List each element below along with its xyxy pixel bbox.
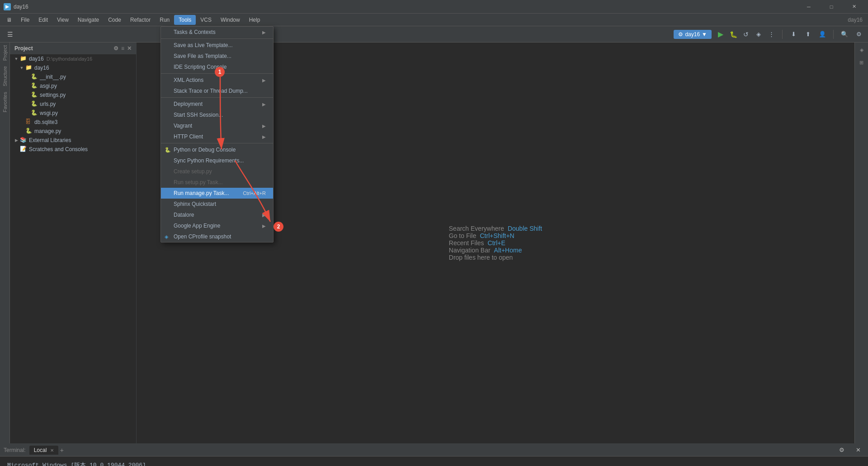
- left-strip: Project Structure Favorites: [0, 43, 10, 443]
- tree-item-urls[interactable]: ▶ 🐍 urls.py: [10, 100, 136, 109]
- toolbar-menu-btn[interactable]: ☰: [4, 28, 16, 41]
- menu-vcs[interactable]: VCS: [196, 15, 216, 25]
- menu-item-save-file[interactable]: Save File as Template...: [161, 51, 273, 62]
- menu-tools[interactable]: Tools: [174, 15, 196, 25]
- left-strip-favorites[interactable]: Favorites: [1, 89, 9, 115]
- menu-edit[interactable]: Edit: [34, 15, 52, 25]
- terminal-settings-icon[interactable]: ⚙: [835, 444, 848, 456]
- tree-label-init: __init__.py: [40, 74, 66, 80]
- tree-item-root[interactable]: ▼ 📁 day16 D:\pythondata\day16: [10, 54, 136, 63]
- terminal-close-panel-icon[interactable]: ✕: [852, 444, 864, 456]
- menu-help[interactable]: Help: [245, 15, 265, 25]
- tree-path: D:\pythondata\day16: [47, 56, 93, 62]
- maximize-button[interactable]: □: [821, 0, 842, 14]
- deployment-label: Deployment: [174, 101, 203, 107]
- menu-item-tasks[interactable]: Tasks & Contexts ▶: [161, 27, 273, 38]
- tree-item-settings[interactable]: ▶ 🐍 settings.py: [10, 90, 136, 100]
- run-button[interactable]: ▶: [715, 29, 726, 40]
- menu-code[interactable]: Code: [104, 15, 126, 25]
- terminal-tab-local[interactable]: Local ✕: [29, 446, 58, 455]
- profile-button[interactable]: ◈: [753, 29, 764, 40]
- menu-item-deployment[interactable]: Deployment ▶: [161, 99, 273, 109]
- google-arrow: ▶: [262, 223, 266, 228]
- tasks-arrow: ▶: [262, 30, 266, 35]
- tree-item-init[interactable]: ▶ 🐍 __init__.py: [10, 72, 136, 81]
- right-strip-btn1[interactable]: ◈: [856, 44, 867, 55]
- vcs-push-button[interactable]: ⬆: [802, 29, 813, 40]
- main-container: Project Structure Favorites Project ⚙ ≡ …: [0, 43, 868, 443]
- menu-view[interactable]: View: [52, 15, 73, 25]
- menu-navigate[interactable]: Navigate: [73, 15, 104, 25]
- save-file-label: Save File as Template...: [174, 53, 231, 59]
- tools-dropdown: Tasks & Contexts ▶ Save as Live Template…: [160, 26, 274, 243]
- sphinx-label: Sphinx Quickstart: [174, 201, 216, 207]
- menu-item-ssh[interactable]: Start SSH Session...: [161, 109, 273, 120]
- tree-item-wsgi[interactable]: ▶ 🐍 wsgi.py: [10, 109, 136, 118]
- tree-item-manage[interactable]: ▶ 🐍 manage.py: [10, 127, 136, 136]
- menu-item-vagrant[interactable]: Vagrant ▶: [161, 120, 273, 131]
- hint-search: Search Everywhere Double Shift: [449, 225, 542, 232]
- py-icon-wsgi: 🐍: [31, 109, 38, 117]
- menu-item-python-console[interactable]: 🐍 Python or Debug Console: [161, 144, 273, 155]
- right-strip-btn2[interactable]: ⊞: [856, 57, 867, 68]
- hint-navbar-label: Navigation Bar: [449, 247, 491, 254]
- menu-app-icon[interactable]: 🖥: [2, 15, 16, 25]
- menu-item-datalore[interactable]: Datalore ▶: [161, 209, 273, 220]
- vcs-update-button[interactable]: ⬇: [788, 29, 799, 40]
- py-icon-settings: 🐍: [31, 91, 38, 99]
- hint-goto-label: Go to File: [449, 232, 476, 239]
- tree-item-external-libs[interactable]: ▶ 📚 External Libraries: [10, 136, 136, 145]
- left-strip-structure[interactable]: Structure: [1, 63, 9, 89]
- stack-trace-label: Stack Trace or Thread Dump...: [174, 88, 248, 94]
- terminal-line-1: Microsoft Windows [版本 10.0.19044.2006]: [7, 461, 861, 466]
- left-strip-project[interactable]: Project: [1, 43, 9, 63]
- folder-icon-day16: 📁: [25, 64, 33, 71]
- tree-arrow-day16: ▼: [19, 65, 24, 71]
- scratches-icon: 📝: [20, 146, 27, 153]
- terminal-header: Terminal: Local ✕ + ⚙ ✕: [0, 444, 868, 456]
- reload-button[interactable]: ↺: [741, 29, 751, 40]
- menu-item-run-manage[interactable]: Run manage.py Task... Ctrl+Alt+R: [161, 188, 273, 199]
- separator-3: [161, 97, 273, 98]
- project-run-dropdown[interactable]: ⚙ day16 ▼: [674, 30, 712, 39]
- close-button[interactable]: ✕: [844, 0, 864, 14]
- terminal-add-button[interactable]: +: [60, 447, 64, 454]
- sidebar-close-icon[interactable]: ✕: [127, 45, 132, 52]
- search-everywhere-btn[interactable]: 🔍: [839, 29, 850, 40]
- xml-label: XML Actions: [174, 77, 203, 83]
- menu-item-sync-python[interactable]: Sync Python Requirements...: [161, 155, 273, 166]
- user-icon-button[interactable]: 👤: [817, 29, 828, 40]
- dropdown-arrow-icon: ▼: [702, 31, 707, 38]
- menu-window[interactable]: Window: [216, 15, 245, 25]
- menu-item-cprofile[interactable]: ◈ Open CProfile snapshot: [161, 231, 273, 242]
- editor-hints-container: Search Everywhere Double Shift Go to Fil…: [449, 225, 542, 261]
- tree-item-db[interactable]: ▶ 🗄 db.sqlite3: [10, 118, 136, 127]
- menu-run[interactable]: Run: [155, 15, 174, 25]
- tree-item-asgi[interactable]: ▶ 🐍 asgi.py: [10, 81, 136, 90]
- menu-refactor[interactable]: Refactor: [126, 15, 155, 25]
- run-manage-label: Run manage.py Task...: [174, 190, 229, 196]
- hint-goto-file: Go to File Ctrl+Shift+N: [449, 232, 542, 239]
- menu-item-stack-trace[interactable]: Stack Trace or Thread Dump...: [161, 86, 273, 96]
- tree-item-day16[interactable]: ▼ 📁 day16: [10, 63, 136, 72]
- menu-item-save-live[interactable]: Save as Live Template...: [161, 40, 273, 51]
- terminal-tab-close[interactable]: ✕: [50, 448, 54, 453]
- menu-item-http[interactable]: HTTP Client ▶: [161, 131, 273, 142]
- app-icon: ▶: [4, 3, 11, 10]
- tree-label-settings: settings.py: [40, 92, 66, 98]
- annotation-2: 2: [274, 222, 283, 232]
- run-config-label: day16: [685, 31, 700, 38]
- settings-button[interactable]: ⚙: [854, 29, 864, 40]
- tree-item-scratches[interactable]: ▶ 📝 Scratches and Consoles: [10, 145, 136, 154]
- menu-item-google-app-engine[interactable]: Google App Engine ▶: [161, 220, 273, 231]
- minimize-button[interactable]: ─: [798, 0, 819, 14]
- more-run-button[interactable]: ⋮: [766, 29, 777, 40]
- sidebar-collapse-icon[interactable]: ≡: [121, 45, 124, 52]
- sidebar-settings-icon[interactable]: ⚙: [113, 45, 118, 52]
- toolbar-separator2: [833, 30, 834, 39]
- menu-item-sphinx[interactable]: Sphinx Quickstart: [161, 199, 273, 209]
- debug-button[interactable]: 🐛: [728, 29, 739, 40]
- menu-file[interactable]: File: [16, 15, 34, 25]
- hint-drop: Drop files here to open: [449, 254, 542, 261]
- py-icon-asgi: 🐍: [31, 82, 38, 90]
